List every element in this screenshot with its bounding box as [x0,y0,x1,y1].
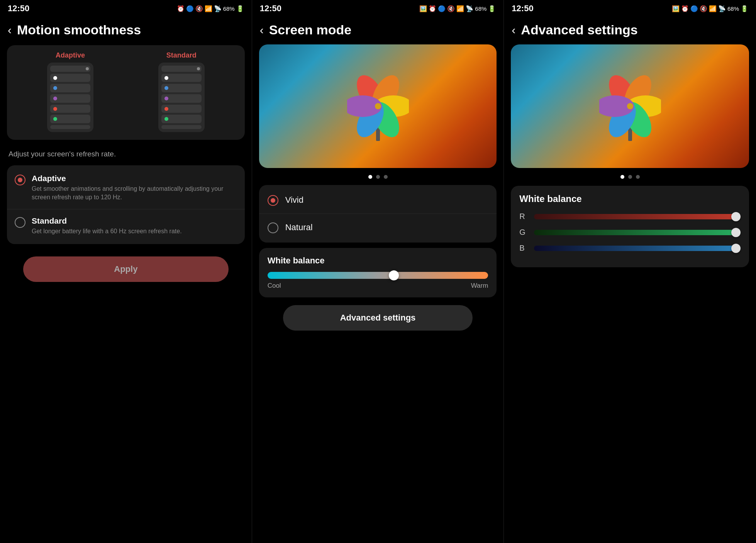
status-bar-1: 12:50 ⏰ 🔵 🔇 📶 📡 68% 🔋 [0,0,252,17]
wifi-icon-2: 📶 [456,5,464,12]
standard-title: Standard [32,216,237,226]
white-balance-card: White balance Cool Warm [259,248,497,297]
bluetooth-icon-3: 🔵 [690,5,698,12]
wb-slider-track[interactable] [268,272,488,279]
warm-label: Warm [471,282,488,290]
radio-vivid[interactable] [268,195,278,206]
preview-standard: Standard [158,51,205,132]
status-time-2: 12:50 [260,3,281,14]
standard-mockup [158,63,205,132]
mockup-search-2 [161,66,202,72]
mockup-row-7 [161,84,202,92]
battery-3: 68% [727,5,739,12]
r-slider-track[interactable] [534,214,741,219]
mode-vivid[interactable]: Vivid [259,187,497,214]
status-icons-1: ⏰ 🔵 🔇 📶 📡 68% 🔋 [177,5,244,12]
dot-adv-1-active [620,175,624,179]
mockup-row-8 [161,94,202,103]
back-button-1[interactable]: ‹ [8,24,12,37]
dot-3 [384,175,388,179]
mute-icon-3: 🔇 [700,5,707,12]
rgb-sliders-card: White balance R G B [511,186,749,267]
apply-button[interactable]: Apply [23,256,229,282]
status-icons-3: 🖼️ ⏰ 🔵 🔇 📶 📡 68% 🔋 [672,5,748,12]
screen-mode-image [259,44,497,168]
radio-standard[interactable] [15,217,25,228]
r-label: R [519,212,529,221]
option-adaptive[interactable]: Adaptive Get smoother animations and scr… [7,167,245,209]
advanced-image [511,44,749,168]
options-card: Adaptive Get smoother animations and scr… [7,165,245,244]
adaptive-title: Adaptive [32,174,237,183]
white-balance-title: White balance [519,193,741,204]
svg-point-15 [627,103,633,109]
screen-screen-mode: 12:50 🖼️ ⏰ 🔵 🔇 📶 📡 68% 🔋 ‹ Screen mode [252,0,504,543]
gallery-icon-2: 🖼️ [419,5,427,12]
b-label: B [519,244,529,253]
mockup-bottom [50,125,90,129]
rgb-row-b: B [519,244,741,253]
adaptive-mockup [47,63,93,132]
gallery-icon-3: 🖼️ [672,5,680,12]
bluetooth-icon: 🔵 [186,5,194,12]
signal-icon-2: 📡 [466,5,473,12]
natural-label: Natural [285,222,313,232]
g-label: G [519,228,529,237]
page-title-2: Screen mode [269,22,352,37]
radio-adaptive[interactable] [15,175,25,185]
mockup-row-10 [161,115,202,123]
refresh-description: Adjust your screen's refresh rate. [0,144,252,162]
status-time-1: 12:50 [8,3,29,14]
rgb-row-r: R [519,212,741,221]
carousel-dots-3 [504,171,756,183]
radio-natural[interactable] [268,222,278,233]
mockup-row-9 [161,105,202,113]
wb-labels: Cool Warm [268,282,488,290]
mockup-row-5 [50,115,90,123]
g-slider-track[interactable] [534,230,741,235]
mockup-row-3 [50,94,90,103]
mockup-row-1 [50,74,90,82]
g-slider-thumb[interactable] [731,228,741,237]
svg-point-7 [375,103,381,109]
standard-text: Standard Get longer battery life with a … [32,216,237,236]
signal-icon: 📡 [214,5,222,12]
adaptive-text: Adaptive Get smoother animations and scr… [32,174,237,202]
mockup-row-2 [50,84,90,92]
dot-2 [376,175,380,179]
preview-adaptive: Adaptive [47,51,93,132]
signal-icon-3: 📡 [718,5,726,12]
mute-icon: 🔇 [195,5,203,12]
cool-label: Cool [268,282,281,290]
alarm-icon-3: ⏰ [681,5,689,12]
status-bar-3: 12:50 🖼️ ⏰ 🔵 🔇 📶 📡 68% 🔋 [504,0,756,17]
status-time-3: 12:50 [512,3,533,14]
mute-icon-2: 🔇 [447,5,455,12]
r-slider-thumb[interactable] [731,212,741,221]
advanced-settings-button[interactable]: Advanced settings [283,305,473,331]
back-button-2[interactable]: ‹ [260,24,264,37]
b-slider-track[interactable] [534,246,741,251]
page-title-3: Advanced settings [521,22,637,37]
alarm-icon: ⏰ [177,5,185,12]
mode-options-card: Vivid Natural [259,185,497,243]
wb-section-title: White balance [268,256,488,266]
option-standard[interactable]: Standard Get longer battery life with a … [7,209,245,243]
wb-thumb[interactable] [389,270,399,280]
back-button-3[interactable]: ‹ [512,24,515,37]
wifi-icon-3: 📶 [709,5,717,12]
preview-card: Adaptive Standard [7,45,245,140]
carousel-dots-2 [252,171,504,183]
battery-2: 68% [475,5,486,12]
dot-1-active [368,175,372,179]
adaptive-label: Adaptive [56,51,85,59]
mode-natural[interactable]: Natural [259,214,497,241]
dot-adv-2 [628,175,632,179]
standard-desc: Get longer battery life with a 60 Hz scr… [32,227,237,236]
nav-header-3: ‹ Advanced settings [504,17,756,41]
nav-header-1: ‹ Motion smoothness [0,17,252,41]
pinwheel-image-2 [599,68,661,145]
b-slider-thumb[interactable] [731,244,741,253]
mockup-search [50,66,90,72]
adaptive-desc: Get smoother animations and scrolling by… [32,185,237,202]
